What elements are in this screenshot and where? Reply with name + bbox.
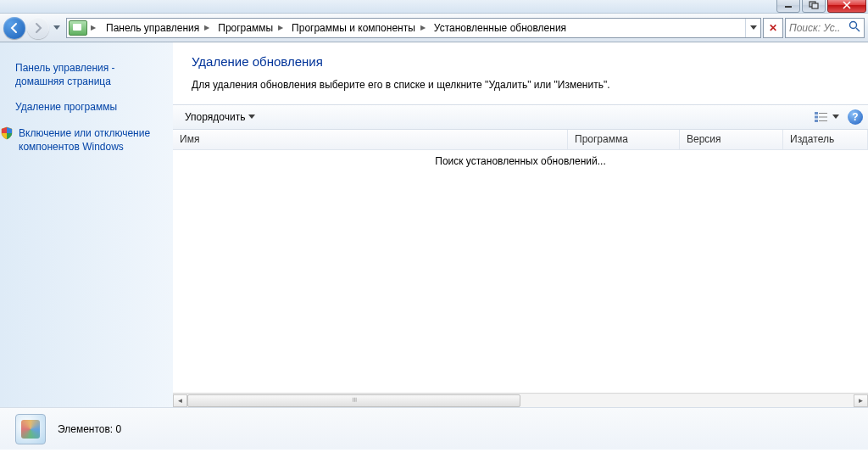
svg-point-3 <box>850 22 857 29</box>
stop-refresh-button[interactable]: ✕ <box>763 18 783 38</box>
forward-button[interactable] <box>27 17 49 39</box>
column-version[interactable]: Версия <box>680 130 783 149</box>
column-headers: Имя Программа Версия Издатель <box>173 130 868 150</box>
scroll-track[interactable] <box>187 394 854 407</box>
address-bar[interactable]: ▶ Панель управления ▶ Программы ▶ Програ… <box>66 18 761 38</box>
svg-rect-8 <box>819 117 827 118</box>
breadcrumb-item[interactable]: Панель управления <box>99 19 203 37</box>
chevron-right-icon[interactable]: ▶ <box>89 24 99 31</box>
nav-history-dropdown[interactable] <box>51 18 63 38</box>
status-text: Элементов: 0 <box>58 423 121 435</box>
breadcrumb-item[interactable]: Программы <box>211 19 276 37</box>
status-icon <box>15 414 46 444</box>
svg-rect-9 <box>819 120 827 121</box>
svg-rect-7 <box>819 113 827 114</box>
svg-rect-4 <box>815 112 818 115</box>
svg-rect-5 <box>815 116 818 119</box>
control-panel-icon <box>69 20 87 36</box>
close-button[interactable] <box>827 0 866 13</box>
search-box[interactable] <box>785 18 865 38</box>
column-program[interactable]: Программа <box>568 130 680 149</box>
help-button[interactable]: ? <box>848 109 863 125</box>
status-bar: Элементов: 0 <box>0 407 868 450</box>
page-title: Удаление обновления <box>192 54 849 69</box>
toolbar: Упорядочить ? <box>173 104 868 130</box>
page-description: Для удаления обновления выберите его в с… <box>192 79 849 91</box>
chevron-right-icon[interactable]: ▶ <box>203 24 211 31</box>
breadcrumb-item[interactable]: Установленные обновления <box>427 19 570 37</box>
organize-button[interactable]: Упорядочить <box>178 107 259 127</box>
svg-rect-0 <box>785 6 792 8</box>
main-content: Удаление обновления Для удаления обновле… <box>173 42 868 407</box>
column-publisher[interactable]: Издатель <box>783 130 868 149</box>
sidebar-windows-features-link[interactable]: Включение или отключение компонентов Win… <box>19 126 164 154</box>
title-bar <box>0 0 868 14</box>
sidebar: Панель управления - домашняя страница Уд… <box>0 42 173 407</box>
maximize-button[interactable] <box>802 0 826 13</box>
address-dropdown[interactable] <box>745 19 760 37</box>
sidebar-home-link[interactable]: Панель управления - домашняя страница <box>15 61 164 88</box>
back-button[interactable] <box>3 17 25 39</box>
column-name[interactable]: Имя <box>173 130 568 149</box>
search-icon[interactable] <box>849 20 860 35</box>
navigation-bar: ▶ Панель управления ▶ Программы ▶ Програ… <box>0 14 868 42</box>
chevron-right-icon[interactable]: ▶ <box>419 24 427 31</box>
svg-rect-2 <box>812 3 818 8</box>
searching-text: Поиск установленных обновлений... <box>435 155 605 393</box>
scroll-right-button[interactable]: ► <box>854 394 868 407</box>
chevron-right-icon[interactable]: ▶ <box>276 24 285 31</box>
svg-rect-6 <box>815 120 818 122</box>
updates-list: Поиск установленных обновлений... <box>173 150 868 393</box>
horizontal-scrollbar[interactable]: ◄ ► <box>173 393 868 407</box>
view-options-button[interactable] <box>810 109 843 125</box>
shield-icon <box>0 126 14 140</box>
breadcrumb-item[interactable]: Программы и компоненты <box>285 19 419 37</box>
scroll-left-button[interactable]: ◄ <box>173 394 187 407</box>
sidebar-uninstall-link[interactable]: Удаление программы <box>15 100 164 114</box>
minimize-button[interactable] <box>776 0 800 13</box>
scroll-thumb[interactable] <box>187 394 520 407</box>
search-input[interactable] <box>789 22 840 34</box>
